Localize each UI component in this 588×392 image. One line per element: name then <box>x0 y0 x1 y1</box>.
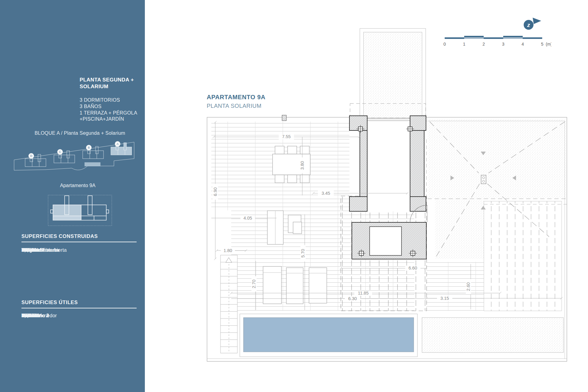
features-list: 3 DORMITORIOS 3 BAÑOS 1 TERRAZA + PÉRGOL… <box>80 97 137 123</box>
swimming-pool <box>243 318 414 352</box>
core-opening <box>370 227 401 255</box>
badge-b: B <box>88 146 90 149</box>
page: PLANTA SEGUNDA + SOLARIUM 3 DORMITORIOS … <box>0 0 588 392</box>
garden-area <box>422 318 564 352</box>
dim-label: 6.30 <box>348 296 357 301</box>
block-label: BLOQUE A / Planta Segunda + Solarium <box>35 130 125 136</box>
heading-superficies-utiles: SUPERFICIES ÚTILES <box>21 300 137 308</box>
heading-superficies-construidas: SUPERFICIES CONSTRUIDAS <box>21 233 137 242</box>
dim-label: 2.70 <box>251 280 256 288</box>
feature-item: 3 BAÑOS <box>80 104 137 110</box>
exterior-stair <box>221 255 237 353</box>
feature-item: 1 TERRAZA + PÉRGOLA <box>80 110 137 116</box>
badge-d: D <box>30 154 32 157</box>
floor-title: PLANTA SEGUNDA + SOLARIUM <box>80 77 144 90</box>
apartment-label: Apartamento 9A <box>60 183 96 188</box>
unit-mini-plan <box>47 192 112 229</box>
roof-drain <box>481 175 486 184</box>
stair-shaft <box>367 119 410 211</box>
unit-highlight-strip <box>53 216 81 220</box>
gravel-roof <box>428 119 567 199</box>
floor-plan: 7.55 6.90 3.80 3.45 4.05 1.80 5.70 2.70 … <box>145 0 588 392</box>
chair <box>300 146 309 154</box>
wall-stub <box>282 115 286 121</box>
dim-label: 3.80 <box>300 161 305 170</box>
stair-tower <box>360 28 426 118</box>
dim-label: 6.60 <box>409 266 417 270</box>
dim-label: 3.45 <box>322 191 330 196</box>
chair <box>288 146 297 154</box>
dim-label: 1.80 <box>224 248 232 253</box>
badge-c: C <box>59 150 61 153</box>
sun-loungers <box>263 266 327 304</box>
dim-label: 11.85 <box>358 291 368 296</box>
sun-lounger <box>263 266 281 304</box>
chair <box>300 175 309 183</box>
site-block-c <box>54 150 75 163</box>
chair <box>275 175 284 183</box>
chair <box>288 175 297 183</box>
site-plan-diagram: D C B A <box>12 138 136 177</box>
dim-label: 2.60 <box>466 282 471 291</box>
feature-item: 3 DORMITORIOS <box>80 97 137 104</box>
site-badges: D C B A <box>28 141 120 159</box>
deck-area-right <box>426 262 484 311</box>
pergola-slats-right <box>484 201 562 311</box>
dim-label: 7.55 <box>282 134 291 139</box>
dim-label: 3.15 <box>440 296 449 301</box>
sidebar: PLANTA SEGUNDA + SOLARIUM 3 DORMITORIOS … <box>0 0 145 392</box>
dim-label: 6.90 <box>213 187 218 196</box>
feature-item: +PISCINA+JARDÍN <box>80 116 137 123</box>
site-block-a-highlight <box>85 142 132 166</box>
chair <box>275 146 284 154</box>
gravel-roof-lower <box>435 199 484 259</box>
badge-a: A <box>117 142 119 145</box>
dim-label: 5.70 <box>300 249 305 258</box>
dim-label: 4.05 <box>243 216 252 221</box>
site-block-b <box>83 146 104 159</box>
